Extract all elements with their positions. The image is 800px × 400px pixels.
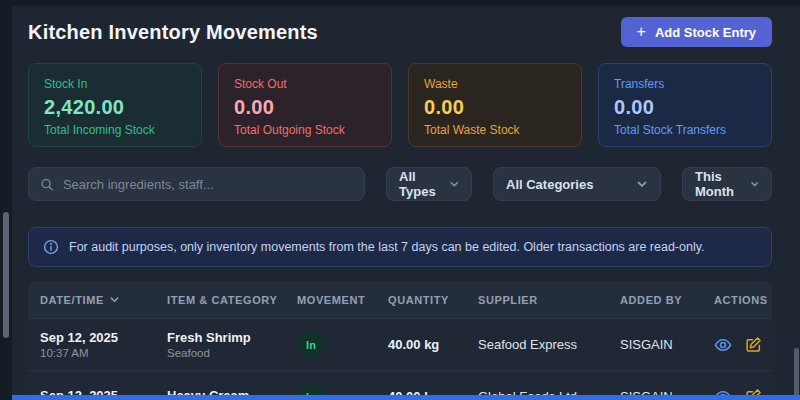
- dropdown-label: This Month: [695, 169, 750, 199]
- search-box[interactable]: [28, 167, 365, 201]
- search-icon: [40, 177, 54, 192]
- stat-label: Stock Out: [234, 77, 376, 91]
- stat-subtitle: Total Stock Transfers: [614, 123, 756, 137]
- left-scrollbar[interactable]: [0, 0, 12, 400]
- movement-cell: In: [297, 333, 388, 357]
- dropdown-label: All Types: [399, 169, 449, 199]
- edit-icon: [745, 336, 762, 353]
- movements-table: DATE/TIME ITEM & CATEGORY MOVEMENT QUANT…: [28, 281, 772, 400]
- stat-label: Stock In: [44, 77, 186, 91]
- row-category: Seafood: [167, 347, 297, 359]
- date-time-cell: Sep 12, 2025 10:37 AM: [40, 330, 167, 359]
- stat-label: Transfers: [614, 77, 756, 91]
- dropdown-this-month[interactable]: This Month: [682, 167, 772, 201]
- top-edge-strip: [0, 0, 800, 6]
- filter-bar: All Types All Categories This Month: [28, 167, 772, 201]
- info-icon: [43, 239, 59, 255]
- column-header-date-time[interactable]: DATE/TIME: [40, 294, 167, 306]
- add-stock-entry-button[interactable]: + Add Stock Entry: [621, 17, 772, 47]
- stat-subtitle: Total Incoming Stock: [44, 123, 186, 137]
- app-window: Kitchen Inventory Movements + Add Stock …: [0, 0, 800, 400]
- stat-card-waste: Waste 0.00 Total Waste Stock: [408, 63, 582, 147]
- row-item: Fresh Shrimp: [167, 330, 297, 345]
- supplier-cell: Seafood Express: [478, 337, 620, 352]
- column-header-item-category: ITEM & CATEGORY: [167, 294, 297, 306]
- column-header-supplier: SUPPLIER: [478, 294, 620, 306]
- sort-chevron-icon: [109, 294, 120, 305]
- dropdown-label: All Categories: [506, 177, 593, 192]
- column-header-label: DATE/TIME: [40, 294, 104, 306]
- stat-card-transfers: Transfers 0.00 Total Stock Transfers: [598, 63, 772, 147]
- column-header-quantity: QUANTITY: [388, 294, 478, 306]
- stat-subtitle: Total Outgoing Stock: [234, 123, 376, 137]
- row-date: Sep 12, 2025: [40, 330, 167, 345]
- page-header: Kitchen Inventory Movements + Add Stock …: [28, 16, 772, 48]
- stat-subtitle: Total Waste Stock: [424, 123, 566, 137]
- left-scrollbar-thumb[interactable]: [3, 212, 9, 338]
- stat-value: 0.00: [424, 96, 566, 119]
- main-content: Kitchen Inventory Movements + Add Stock …: [12, 6, 800, 400]
- table-header-row: DATE/TIME ITEM & CATEGORY MOVEMENT QUANT…: [28, 281, 772, 319]
- column-header-actions: ACTIONS: [714, 294, 772, 306]
- stat-value: 0.00: [614, 96, 756, 119]
- column-header-added-by: ADDED BY: [620, 294, 714, 306]
- right-scrollbar-thumb[interactable]: [794, 348, 799, 400]
- added-by-cell: SISGAIN: [620, 337, 714, 352]
- audit-notice-text: For audit purposes, only inventory movem…: [69, 240, 705, 254]
- quantity-cell: 40.00 kg: [388, 337, 478, 352]
- bottom-accent-bar: [12, 395, 800, 400]
- stat-card-stock-in: Stock In 2,420.00 Total Incoming Stock: [28, 63, 202, 147]
- row-time: 10:37 AM: [40, 347, 167, 359]
- page-title: Kitchen Inventory Movements: [28, 21, 318, 44]
- chevron-down-icon: [636, 178, 648, 190]
- search-input[interactable]: [63, 177, 353, 192]
- edit-button[interactable]: [745, 336, 762, 353]
- eye-icon: [714, 336, 732, 354]
- table-row[interactable]: Sep 12, 2025 10:37 AM Fresh Shrimp Seafo…: [28, 319, 772, 371]
- stat-cards: Stock In 2,420.00 Total Incoming Stock S…: [28, 63, 772, 147]
- column-header-movement: MOVEMENT: [297, 294, 388, 306]
- chevron-down-icon: [449, 178, 459, 190]
- item-category-cell: Fresh Shrimp Seafood: [167, 330, 297, 359]
- plus-icon: +: [637, 24, 646, 40]
- view-button[interactable]: [714, 336, 732, 354]
- audit-notice-banner: For audit purposes, only inventory movem…: [28, 227, 772, 267]
- stat-label: Waste: [424, 77, 566, 91]
- chevron-down-icon: [750, 178, 759, 190]
- stat-card-stock-out: Stock Out 0.00 Total Outgoing Stock: [218, 63, 392, 147]
- dropdown-all-categories[interactable]: All Categories: [493, 167, 661, 201]
- add-stock-entry-label: Add Stock Entry: [655, 25, 756, 40]
- dropdown-all-types[interactable]: All Types: [386, 167, 472, 201]
- stat-value: 2,420.00: [44, 96, 186, 119]
- stat-value: 0.00: [234, 96, 376, 119]
- actions-cell: [714, 336, 772, 354]
- movement-in-badge: In: [297, 333, 325, 357]
